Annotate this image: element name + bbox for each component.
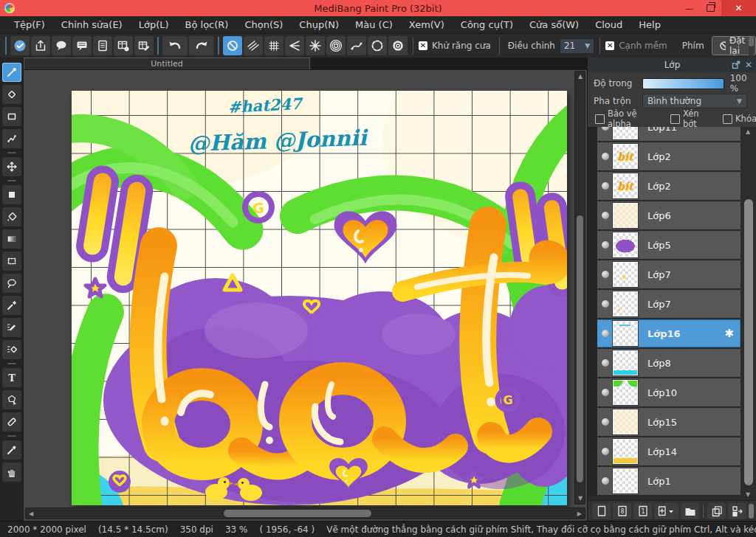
select-lasso-tool[interactable]: [2, 274, 21, 293]
cloud-save-button[interactable]: [10, 36, 30, 55]
canvas[interactable]: G: [72, 91, 567, 505]
layer-visibility-toggle[interactable]: [597, 330, 613, 337]
menu-item-4[interactable]: Bộ lọc(R): [177, 19, 237, 30]
layer-row[interactable]: Lớp2: [588, 142, 740, 172]
layer-row[interactable]: Lớp8: [588, 349, 740, 378]
layer-thumbnail[interactable]: [613, 144, 638, 169]
close-panel-icon[interactable]: ✕: [745, 60, 752, 70]
select-pen-tool[interactable]: [2, 318, 21, 337]
new-1bit-layer-button[interactable]: 1: [633, 503, 652, 519]
layer-visibility-toggle[interactable]: [597, 127, 613, 131]
snap-off-button[interactable]: [223, 36, 242, 55]
eraser-tool[interactable]: [2, 85, 21, 104]
document-button[interactable]: [93, 36, 112, 55]
snap-radial-button[interactable]: [306, 36, 325, 55]
close-button[interactable]: ✕: [721, 0, 756, 16]
new-layer-button[interactable]: [592, 503, 611, 519]
snap-curve-button[interactable]: [347, 36, 366, 55]
layer-row[interactable]: Lớp7: [588, 260, 740, 290]
layer-row[interactable]: Lớp2: [588, 172, 740, 201]
control-point-tool[interactable]: [2, 390, 21, 409]
layer-visibility-toggle[interactable]: [597, 418, 613, 426]
menu-item-12[interactable]: Help: [630, 19, 669, 30]
gradient-tool[interactable]: [2, 229, 21, 249]
menu-item-7[interactable]: Màu (C): [347, 19, 401, 30]
layer-visibility-toggle[interactable]: [597, 389, 613, 396]
snap-concentric-button[interactable]: [326, 36, 346, 55]
menu-item-1[interactable]: Tệp(F): [6, 19, 53, 30]
minimize-button[interactable]: —: [678, 0, 700, 16]
brush-tool[interactable]: [2, 63, 21, 82]
layer-thumbnail[interactable]: [613, 291, 638, 316]
layer-visibility-toggle[interactable]: [597, 477, 613, 485]
select-rect-tool[interactable]: [2, 252, 21, 271]
message-button[interactable]: [72, 36, 92, 55]
vertical-scroll-thumb[interactable]: [577, 215, 583, 482]
title-bar[interactable]: MediBang Paint Pro (32bit) — ✕: [0, 0, 756, 16]
layer-scroll-thumb[interactable]: [744, 199, 753, 485]
bucket-tool[interactable]: [2, 207, 21, 226]
snap-vanishing-button[interactable]: [285, 36, 304, 55]
eyedropper-tool[interactable]: [2, 440, 21, 460]
publish-button[interactable]: [31, 36, 50, 55]
layer-visibility-toggle[interactable]: [597, 212, 613, 219]
menu-item-10[interactable]: Cửa sổ(W): [521, 19, 587, 30]
redo-button[interactable]: [189, 36, 214, 55]
layer-row[interactable]: Lớp14: [588, 437, 740, 467]
menu-item-3[interactable]: Lớp(L): [131, 19, 177, 30]
new-8bit-layer-button[interactable]: 8: [613, 503, 631, 519]
scroll-up-icon[interactable]: ▲: [746, 129, 750, 135]
popout-icon[interactable]: [732, 60, 740, 69]
lock-checkbox[interactable]: Khóa: [723, 114, 756, 124]
opacity-slider[interactable]: [642, 78, 724, 89]
layer-thumbnail[interactable]: [613, 203, 638, 228]
new-folder-button[interactable]: [681, 503, 699, 519]
toolbar-scrollbar[interactable]: [749, 37, 754, 56]
layer-visibility-toggle[interactable]: [597, 448, 613, 455]
layer-row[interactable]: Lớp11: [588, 127, 740, 142]
canvas-horizontal-scrollbar[interactable]: ◀ ▶: [25, 507, 585, 519]
undo-button[interactable]: [162, 36, 188, 55]
snap-parallel-button[interactable]: [244, 36, 263, 55]
hand-tool[interactable]: [2, 462, 21, 482]
layer-thumbnail[interactable]: [613, 380, 638, 405]
duplicate-layer-button[interactable]: [707, 503, 726, 519]
merge-layer-button[interactable]: [728, 503, 746, 519]
move-tool[interactable]: [2, 157, 21, 176]
scroll-up-icon[interactable]: ▲: [578, 74, 583, 80]
layer-row[interactable]: Lớp5: [588, 231, 740, 260]
blend-dropdown[interactable]: Bình thường ▼: [642, 94, 747, 108]
layer-thumbnail[interactable]: [613, 350, 638, 375]
layer-thumbnail[interactable]: [613, 409, 638, 434]
document-tab[interactable]: Untitled: [24, 58, 310, 69]
soft-edge-checkbox[interactable]: ✕: [605, 41, 614, 50]
layer-row[interactable]: Lớp6: [588, 201, 740, 231]
scroll-down-icon[interactable]: ▼: [578, 496, 583, 502]
menu-item-9[interactable]: Công cụ(T): [453, 19, 521, 30]
snap-ellipse-button[interactable]: [368, 36, 387, 55]
layer-visibility-toggle[interactable]: [597, 182, 613, 190]
horizontal-scroll-thumb[interactable]: [224, 510, 371, 517]
layer-row[interactable]: Lớp1: [588, 467, 740, 496]
layer-thumbnail[interactable]: [613, 439, 638, 464]
add-layer-menu-button[interactable]: [654, 503, 678, 519]
menu-item-5[interactable]: Chọn(S): [236, 19, 291, 30]
layer-thumbnail[interactable]: [613, 173, 638, 198]
snap-grid-button[interactable]: [264, 36, 284, 55]
shape-rect-tool[interactable]: [2, 107, 21, 126]
canvas-vertical-scrollbar[interactable]: ▲ ▼: [574, 71, 585, 505]
layer-visibility-toggle[interactable]: [597, 359, 613, 367]
panel-settings-button[interactable]: [114, 36, 133, 55]
scroll-down-icon[interactable]: ▼: [746, 492, 750, 498]
fill-rect-tool[interactable]: [2, 185, 21, 204]
adjust-dropdown[interactable]: 21 ▼: [560, 38, 594, 54]
panel-scrollbar-stub[interactable]: [749, 504, 754, 519]
panel-edit-button[interactable]: [134, 36, 154, 55]
layer-thumbnail[interactable]: [613, 232, 638, 257]
layer-thumbnail[interactable]: [613, 127, 638, 139]
layers-panel-header[interactable]: Lớp ✕: [588, 58, 756, 72]
menu-item-6[interactable]: Chụp(N): [291, 19, 347, 30]
polyline-tool[interactable]: [2, 129, 21, 148]
layer-settings-gear-icon[interactable]: ✱: [724, 327, 734, 340]
layer-thumbnail[interactable]: [613, 262, 638, 287]
